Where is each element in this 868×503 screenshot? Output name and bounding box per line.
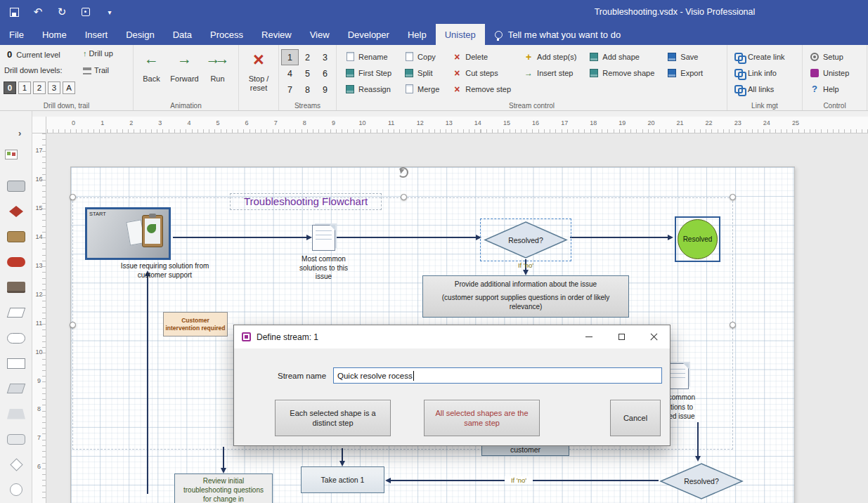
stencil-terminator-outline-shape[interactable]: [6, 331, 26, 345]
if-no-label-2[interactable]: If 'no': [505, 476, 533, 484]
copy-button[interactable]: Copy: [401, 49, 442, 64]
add-steps-button[interactable]: Add step(s): [521, 49, 579, 64]
document-caption[interactable]: Most common solutions to this issue: [294, 255, 354, 282]
dialog-minimize-button[interactable]: [573, 325, 605, 348]
level-0-button[interactable]: 0: [4, 81, 16, 94]
delete-button[interactable]: Delete: [449, 49, 514, 64]
stream-8-cell[interactable]: 8: [299, 81, 316, 98]
setup-button[interactable]: Setup: [807, 49, 867, 64]
insert-step-button[interactable]: Insert step: [521, 65, 579, 80]
dialog-titlebar[interactable]: Define stream: 1: [234, 325, 670, 348]
stencil-parallelogram-filled-shape[interactable]: [6, 381, 26, 396]
forward-button[interactable]: →Forward: [168, 45, 201, 110]
stream-name-input[interactable]: Quick resolve rocess: [333, 367, 662, 384]
connector-into-take-action[interactable]: [342, 448, 343, 462]
undo-icon[interactable]: [32, 5, 44, 19]
document-shape[interactable]: [312, 225, 335, 251]
stream-4-cell[interactable]: 4: [281, 65, 299, 81]
same-step-button[interactable]: All selected shapes are the same step: [424, 400, 540, 436]
reassign-button[interactable]: Reassign: [342, 81, 394, 96]
cut-steps-button[interactable]: Cut steps: [449, 65, 514, 80]
selection-handle-top-center[interactable]: [401, 194, 407, 200]
if-no-label[interactable]: If 'no': [510, 261, 541, 269]
selection-handle-top-left[interactable]: [70, 194, 76, 200]
selection-handle-top-right[interactable]: [730, 194, 736, 200]
stencil-parallelogram-outline-shape[interactable]: [6, 306, 26, 320]
save-icon[interactable]: [8, 5, 20, 19]
stream-1-cell[interactable]: 1: [281, 49, 299, 65]
stencil-red-terminator-shape[interactable]: [6, 255, 26, 269]
merge-button[interactable]: Merge: [401, 81, 442, 96]
level-1-button[interactable]: 1: [18, 81, 31, 94]
stream-2-cell[interactable]: 2: [299, 49, 316, 65]
ribbon-tab[interactable]: Review: [252, 24, 301, 45]
take-action-shape[interactable]: Take action 1: [301, 466, 384, 493]
stencil-tan-shape[interactable]: [6, 230, 26, 244]
ribbon-tab[interactable]: Help: [399, 24, 436, 45]
connector-into-review[interactable]: [223, 447, 224, 469]
stencil-circle-outline-shape[interactable]: [6, 483, 26, 497]
stencil-rounded-rect-shape[interactable]: [6, 432, 26, 446]
connector-decision-to-end[interactable]: [570, 237, 669, 238]
drawing-canvas[interactable]: Troubleshooting Flowchart START Issue re…: [46, 133, 868, 503]
selection-handle-mid-right[interactable]: [730, 322, 736, 328]
tab-file[interactable]: File: [0, 24, 33, 45]
create-link-button[interactable]: Create link: [732, 49, 802, 64]
link-info-button[interactable]: Link info: [732, 65, 802, 80]
ribbon-tab[interactable]: View: [301, 24, 339, 45]
touch-mode-icon[interactable]: [80, 5, 91, 19]
stream-3-cell[interactable]: 3: [316, 49, 334, 65]
tab-unistep[interactable]: Unistep: [436, 24, 485, 45]
customize-qat-chevron-icon[interactable]: [104, 5, 115, 19]
stream-6-cell[interactable]: 6: [316, 65, 334, 81]
stream-9-cell[interactable]: 9: [316, 81, 334, 98]
ribbon-tab[interactable]: Design: [117, 24, 163, 45]
stencil-panel-icon[interactable]: [5, 150, 18, 159]
stencil-trapezoid-shape[interactable]: [6, 407, 26, 421]
customer-intervention-note[interactable]: Customer intervention required: [163, 312, 228, 337]
all-links-button[interactable]: All links: [732, 81, 802, 96]
ribbon-tab[interactable]: Insert: [76, 24, 117, 45]
stencil-red-decision-shape[interactable]: [6, 204, 26, 218]
stop-reset-button[interactable]: ×Stop /reset: [242, 45, 276, 110]
rotation-handle[interactable]: [398, 167, 408, 178]
level-all-button[interactable]: A: [63, 81, 75, 94]
decision-shape-resolved[interactable]: Resolved?: [483, 221, 569, 259]
add-shape-button[interactable]: Add shape: [586, 49, 657, 64]
dialog-maximize-button[interactable]: [605, 325, 637, 348]
connector-doc2-to-decision2[interactable]: [697, 422, 699, 457]
ribbon-tab[interactable]: Home: [33, 24, 76, 45]
level-2-button[interactable]: 2: [33, 81, 46, 94]
connector-loop-up[interactable]: [147, 276, 148, 494]
rename-button[interactable]: Rename: [342, 49, 394, 64]
save-button[interactable]: Save: [664, 49, 706, 64]
first-step-button[interactable]: First Step: [342, 65, 394, 80]
back-button[interactable]: ←Back: [135, 45, 168, 110]
selection-handle-mid-left[interactable]: [70, 322, 76, 328]
decision-shape-resolved-2[interactable]: Resolved?: [659, 462, 744, 500]
stencil-dark-card-shape[interactable]: [6, 280, 26, 294]
cancel-button[interactable]: Cancel: [610, 400, 661, 436]
distinct-step-button[interactable]: Each selected shape is a distinct step: [275, 400, 391, 436]
start-shape[interactable]: START: [85, 207, 171, 260]
help-button[interactable]: Help: [807, 81, 867, 96]
connector-start-to-doc[interactable]: [173, 237, 308, 238]
export-button[interactable]: Export: [664, 65, 706, 80]
drill-up-button[interactable]: ↑ Drill up: [83, 49, 113, 58]
stream-7-cell[interactable]: 7: [281, 81, 299, 98]
ribbon-tab[interactable]: Process: [201, 24, 252, 45]
stencil-rectangle-outline-shape[interactable]: [6, 356, 26, 370]
start-caption[interactable]: Issue requiring solution from customer s…: [114, 262, 216, 280]
stencil-diamond-outline-shape[interactable]: [6, 457, 26, 471]
unistep-button[interactable]: Unistep: [807, 65, 867, 80]
provide-info-shape[interactable]: Provide additional information about the…: [422, 275, 629, 318]
diagram-title[interactable]: Troubleshooting Flowchart: [230, 195, 382, 207]
review-shape[interactable]: Review initial troubleshooting questions…: [174, 473, 273, 503]
remove-shape-button[interactable]: Remove shape: [586, 65, 657, 80]
redo-icon[interactable]: [56, 5, 67, 19]
trail-button[interactable]: Trail: [83, 66, 109, 74]
end-shape-resolved[interactable]: Resolved: [678, 219, 718, 259]
dialog-close-button[interactable]: [637, 325, 670, 348]
run-button[interactable]: →→Run: [201, 45, 234, 110]
connector-doc-to-decision[interactable]: [337, 237, 477, 238]
